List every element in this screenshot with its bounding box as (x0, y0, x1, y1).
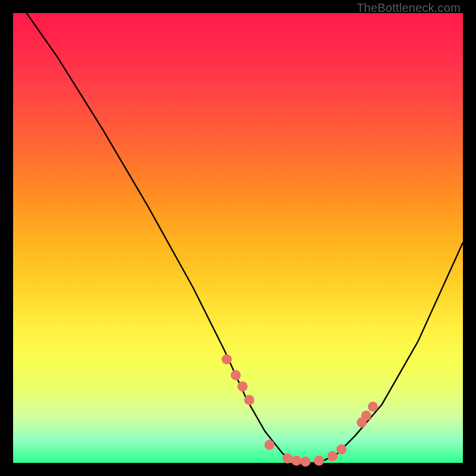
highlight-point (222, 355, 232, 365)
chart-frame: TheBottleneck.com (0, 0, 476, 476)
highlight-points-group (222, 355, 378, 467)
highlight-point (336, 444, 346, 455)
curve-svg (13, 13, 463, 463)
highlight-point (327, 451, 337, 461)
highlight-point (244, 395, 254, 405)
highlight-point (368, 402, 378, 412)
highlight-point (264, 440, 274, 450)
highlight-point (283, 453, 293, 464)
highlight-point (231, 370, 241, 380)
highlight-point (314, 456, 324, 466)
highlight-point (292, 456, 302, 466)
plot-area (13, 13, 463, 463)
highlight-point (237, 381, 248, 392)
highlight-point (300, 456, 311, 466)
highlight-point (361, 411, 371, 421)
bottleneck-curve (27, 13, 463, 463)
